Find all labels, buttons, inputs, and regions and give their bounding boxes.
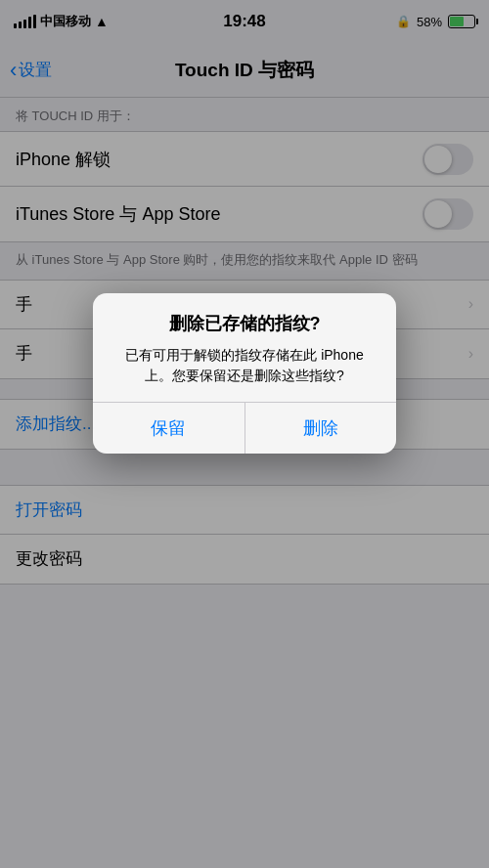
alert-message: 已有可用于解锁的指纹存储在此 iPhone 上。您要保留还是删除这些指纹? <box>112 345 377 386</box>
alert-dialog: 删除已存储的指纹? 已有可用于解锁的指纹存储在此 iPhone 上。您要保留还是… <box>93 293 396 454</box>
dialog-overlay: 删除已存储的指纹? 已有可用于解锁的指纹存储在此 iPhone 上。您要保留还是… <box>0 0 489 868</box>
delete-button[interactable]: 删除 <box>245 403 397 454</box>
keep-button[interactable]: 保留 <box>93 403 245 454</box>
alert-title: 删除已存储的指纹? <box>112 313 377 335</box>
alert-buttons: 保留 删除 <box>93 402 396 454</box>
alert-content: 删除已存储的指纹? 已有可用于解锁的指纹存储在此 iPhone 上。您要保留还是… <box>93 293 396 402</box>
